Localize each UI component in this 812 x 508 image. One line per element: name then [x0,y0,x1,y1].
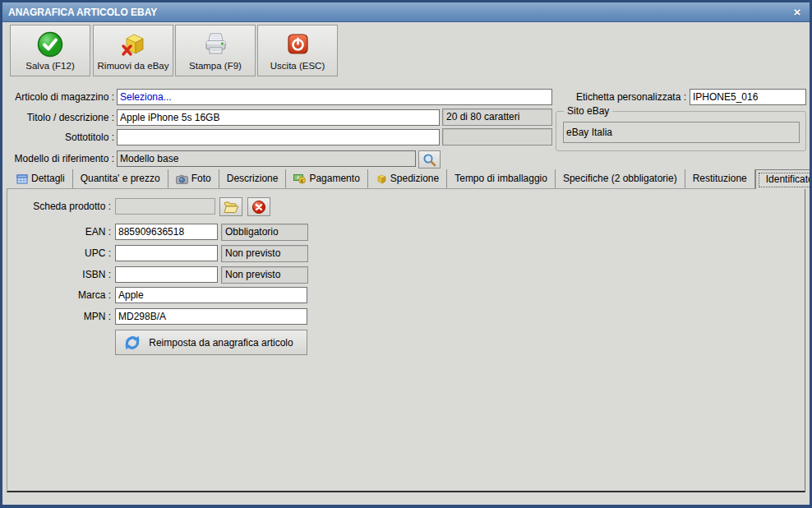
tab-pagamento[interactable]: € Pagamento [286,169,367,188]
brand-input[interactable] [115,287,307,303]
tab-label: Tempo di imballaggio [454,169,547,188]
subtitle-input[interactable] [117,129,440,145]
product-sheet-clear-button[interactable] [247,197,270,216]
refresh-icon [122,333,142,353]
clear-circle-icon [251,200,266,215]
warehouse-article-label: Articolo di magazzino : [2,91,114,103]
close-icon[interactable]: × [790,5,805,20]
exit-button-label: Uscita (ESC) [258,61,337,71]
reset-from-article-label: Reimposta da anagrafica articolo [142,337,300,349]
tab-strip: Dettagli Quantita' e prezzo Foto Descriz… [7,169,810,189]
camera-icon [176,174,188,184]
tab-label: Quantita' e prezzo [81,169,160,188]
tab-identificatori-prodotto[interactable]: Identificatori prodotto [755,169,810,189]
save-check-icon [36,30,64,58]
svg-text:€: € [301,178,304,183]
custom-label-input[interactable] [690,89,806,105]
print-button-label: Stampa (F9) [176,61,255,71]
isbn-status: Non previsto [221,266,308,284]
payment-icon: € [293,173,306,184]
model-search-button[interactable] [418,150,441,169]
remove-box-icon [119,30,147,58]
reset-from-article-button[interactable]: Reimposta da anagrafica articolo [115,330,307,355]
custom-label-label: Etichetta personalizzata : [545,91,686,103]
mpn-label: MPN : [7,311,111,322]
isbn-input[interactable] [115,266,218,283]
brand-label: Marca : [7,289,111,301]
mpn-input[interactable] [115,308,307,325]
tab-dettagli[interactable]: Dettagli [9,169,73,188]
tab-label: Spedizione [390,169,439,188]
print-button[interactable]: Stampa (F9) [175,25,256,76]
tab-quantita-prezzo[interactable]: Quantita' e prezzo [73,169,168,188]
subtitle-label: Sottotitolo : [2,132,114,143]
ebay-article-window: ANAGRAFICA ARTICOLO EBAY × Salva (F12) R… [0,0,812,508]
upc-input[interactable] [115,245,218,261]
tab-label: Pagamento [309,169,359,188]
tab-tempo-imballaggio[interactable]: Tempo di imballaggio [447,169,556,188]
product-sheet-input [115,198,215,215]
upc-label: UPC : [7,247,111,259]
reference-model-label: Modello di riferimento : [2,153,114,164]
title-description-input[interactable] [117,109,440,126]
ebay-site-group: Sito eBay [556,111,806,151]
power-icon [284,30,311,58]
upc-status: Non previsto [221,245,308,262]
titlebar: ANAGRAFICA ARTICOLO EBAY × [2,2,810,22]
save-button[interactable]: Salva (F12) [10,25,90,76]
product-sheet-browse-button[interactable] [219,197,242,216]
tab-label: Identificatori prodotto [766,170,810,189]
title-char-counter: 20 di 80 caratteri [442,109,552,126]
table-icon [16,173,28,185]
search-icon [422,153,436,167]
warehouse-article-input[interactable] [117,89,552,105]
ean-label: EAN : [7,226,111,238]
ean-input[interactable] [115,224,218,240]
tab-restituzione[interactable]: Restituzione [685,169,755,188]
tab-label: Descrizione [227,169,279,188]
remove-from-ebay-button[interactable]: Rimuovi da eBay [93,25,173,76]
tab-label: Foto [191,169,211,188]
ean-status: Obbligatorio [221,224,308,241]
subtitle-char-counter [442,128,552,145]
tab-foto[interactable]: Foto [168,169,219,188]
tab-label: Specifiche (2 obbligatorie) [563,169,677,188]
identificatori-prodotto-pane: Scheda prodotto : EAN : Obbligatorio UPC… [7,188,805,492]
printer-icon [201,30,229,58]
exit-button[interactable]: Uscita (ESC) [257,25,338,76]
window-body: ANAGRAFICA ARTICOLO EBAY × Salva (F12) R… [2,2,810,505]
ebay-site-group-label: Sito eBay [564,105,612,117]
product-sheet-label: Scheda prodotto : [7,201,111,212]
tab-specifiche[interactable]: Specifiche (2 obbligatorie) [556,169,685,188]
folder-icon [224,201,239,214]
tab-label: Restituzione [693,169,747,188]
reference-model-input [117,150,416,167]
title-description-label: Titolo / descrizione : [2,112,114,123]
tab-spedizione[interactable]: Spedizione [368,169,447,188]
save-button-label: Salva (F12) [11,61,90,71]
ebay-site-value [563,122,800,143]
isbn-label: ISBN : [7,269,111,280]
tab-label: Dettagli [31,169,65,188]
package-icon [376,173,387,184]
tab-descrizione[interactable]: Descrizione [219,169,287,188]
window-title: ANAGRAFICA ARTICOLO EBAY [8,7,157,18]
remove-from-ebay-label: Rimuovi da eBay [94,61,173,71]
